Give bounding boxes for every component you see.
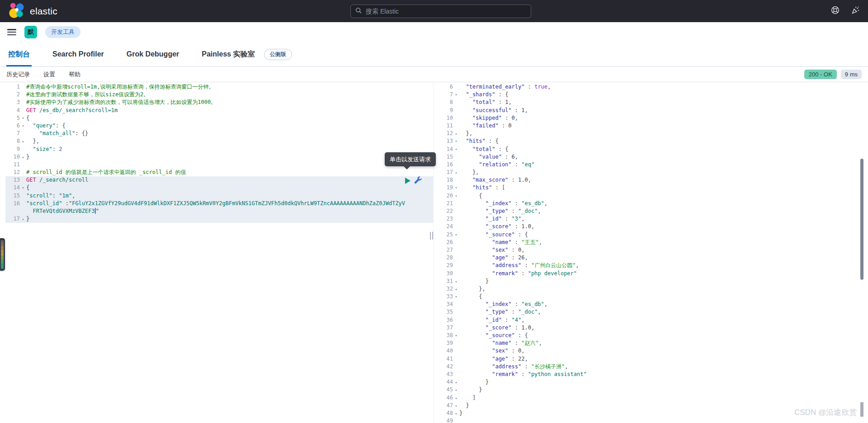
editor-code-line[interactable]: 16"scroll_id" :"FGluY2x1ZGVfY29udGV4dF91… — [5, 200, 433, 207]
response-code-line[interactable]: 36"_id" : "4", — [434, 316, 868, 324]
tab-search-profiler[interactable]: Search Profiler — [51, 42, 106, 66]
response-code-line[interactable]: 38▾"_source" : { — [434, 332, 868, 339]
response-code-line[interactable]: 46▴] — [434, 394, 868, 402]
fold-toggle-icon[interactable]: ▴ — [453, 402, 459, 409]
response-code-line[interactable]: 21"_index" : "es_db", — [434, 200, 868, 207]
search-input[interactable] — [366, 8, 526, 15]
send-request-play-icon[interactable] — [405, 178, 410, 184]
response-code-line[interactable]: 20▾{ — [434, 192, 868, 200]
fold-toggle-icon[interactable]: ▴ — [20, 137, 26, 145]
fold-toggle-icon[interactable]: ▾ — [20, 114, 26, 122]
settings-menu[interactable]: 设置 — [43, 70, 55, 79]
tab-console[interactable]: 控制台 — [6, 42, 32, 66]
console-response-pane[interactable]: 6"terminated_early" : true,7▾"_shards" :… — [434, 82, 868, 423]
response-code-line[interactable]: 39"name" : "赵六", — [434, 339, 868, 347]
response-code-line[interactable]: 7▾"_shards" : { — [434, 91, 868, 99]
response-code-line[interactable]: 35"_type" : "_doc", — [434, 308, 868, 316]
breadcrumb[interactable]: 开发工具 — [45, 26, 80, 38]
response-code-line[interactable]: 19▾"hits" : [ — [434, 184, 868, 192]
response-code-line[interactable]: 15"value" : 6, — [434, 153, 868, 161]
response-code-line[interactable]: 33▾{ — [434, 293, 868, 301]
response-code-line[interactable]: 22"_type" : "_doc", — [434, 207, 868, 215]
pane-divider[interactable] — [433, 82, 434, 423]
editor-code-line[interactable]: 8▴}, — [5, 137, 433, 145]
response-code-line[interactable]: 28"age" : 26, — [434, 254, 868, 262]
fold-toggle-icon[interactable]: ▴ — [20, 153, 26, 161]
fold-toggle-icon[interactable]: ▾ — [20, 122, 26, 130]
menu-icon[interactable] — [7, 29, 16, 35]
tab-grok-debugger[interactable]: Grok Debugger — [125, 42, 181, 66]
resize-handle[interactable] — [430, 232, 433, 240]
editor-code-line[interactable]: 10▴} — [5, 153, 433, 161]
editor-code-line[interactable]: 17▴} — [5, 215, 433, 223]
fold-toggle-icon[interactable]: ▾ — [453, 192, 459, 200]
response-code-line[interactable]: 32▴}, — [434, 285, 868, 293]
space-avatar[interactable]: 默 — [24, 26, 37, 38]
console-editor-pane[interactable]: 1#查询命令中新增scroll=1m,说明采用游标查询，保持游标查询窗口一分钟。… — [5, 82, 433, 423]
response-code-line[interactable]: 11"failed" : 0 — [434, 122, 868, 130]
editor-code-line[interactable]: FRTeVQtdGVXMzVBZEF3" — [5, 207, 433, 215]
fold-toggle-icon[interactable]: ▾ — [453, 231, 459, 239]
editor-code-line[interactable]: 13GET /_search/scroll — [5, 176, 433, 184]
news-icon[interactable] — [851, 6, 860, 16]
response-code-line[interactable]: 41"age" : 22, — [434, 355, 868, 363]
editor-code-line[interactable]: 15"scroll": "1m", — [5, 192, 433, 200]
response-code-line[interactable]: 44▴} — [434, 378, 868, 386]
editor-code-line[interactable]: 1#查询命令中新增scroll=1m,说明采用游标查询，保持游标查询窗口一分钟。 — [5, 83, 433, 91]
response-code-line[interactable]: 9"successful" : 1, — [434, 107, 868, 114]
response-code-line[interactable]: 16"relation" : "eq" — [434, 161, 868, 169]
editor-code-line[interactable]: 2#这里由于测试数据量不够，所以size值设置为2。 — [5, 91, 433, 99]
response-code-line[interactable]: 34"_index" : "es_db", — [434, 301, 868, 308]
response-code-line[interactable]: 12▴}, — [434, 130, 868, 137]
response-code-line[interactable]: 26"name" : "王五", — [434, 239, 868, 246]
response-code-line[interactable]: 25▾"_source" : { — [434, 231, 868, 239]
fold-toggle-icon[interactable]: ▾ — [20, 184, 26, 192]
editor-code-line[interactable]: 9"size": 2 — [5, 146, 433, 153]
response-code-line[interactable]: 24"_score" : 1.0, — [434, 223, 868, 230]
fold-toggle-icon[interactable]: ▾ — [453, 137, 459, 145]
editor-code-line[interactable]: 14▾{ — [5, 184, 433, 192]
elastic-logo[interactable]: elastic — [0, 2, 57, 21]
fold-toggle-icon[interactable]: ▴ — [20, 215, 26, 223]
response-code-line[interactable]: 31▴} — [434, 277, 868, 285]
fold-toggle-icon[interactable]: ▾ — [453, 332, 459, 339]
side-flyout-handle[interactable] — [0, 238, 5, 271]
fold-toggle-icon[interactable]: ▴ — [453, 386, 459, 394]
help-menu[interactable]: 帮助 — [69, 70, 80, 79]
response-code-line[interactable]: 10"skipped" : 0, — [434, 114, 868, 122]
response-code-line[interactable]: 42"address" : "长沙橘子洲", — [434, 363, 868, 371]
response-code-line[interactable]: 40"sex" : 0, — [434, 347, 868, 355]
fold-toggle-icon[interactable]: ▴ — [453, 277, 459, 285]
fold-toggle-icon[interactable]: ▴ — [453, 409, 459, 417]
tab-painless-lab[interactable]: Painless 实验室 — [200, 42, 256, 66]
editor-code-line[interactable]: 4GET /es_db/_search?scroll=1m — [5, 107, 433, 114]
fold-toggle-icon[interactable]: ▾ — [453, 146, 459, 153]
response-code-line[interactable]: 17▴}, — [434, 169, 868, 176]
fold-toggle-icon[interactable]: ▴ — [453, 285, 459, 293]
editor-code-line[interactable]: 11 — [5, 161, 433, 169]
editor-code-line[interactable]: 5▾{ — [5, 114, 433, 122]
editor-code-line[interactable]: 12# scroll_id 的值就是上一个请求中返回的 _scroll_id 的… — [5, 169, 433, 176]
response-code-line[interactable]: 23"_id" : "3", — [434, 215, 868, 223]
fold-toggle-icon[interactable]: ▴ — [453, 378, 459, 386]
wrench-icon[interactable] — [414, 176, 422, 186]
fold-toggle-icon[interactable]: ▴ — [453, 130, 459, 137]
response-scrollbar[interactable] — [860, 159, 863, 280]
response-code-line[interactable]: 13▾"hits" : { — [434, 137, 868, 145]
help-icon[interactable] — [831, 6, 840, 16]
response-code-line[interactable]: 49 — [434, 417, 868, 423]
fold-toggle-icon[interactable]: ▴ — [453, 169, 459, 176]
editor-code-line[interactable]: 7"match_all": {} — [5, 130, 433, 137]
response-code-line[interactable]: 14▾"total" : { — [434, 146, 868, 153]
response-code-line[interactable]: 6"terminated_early" : true, — [434, 83, 868, 91]
response-code-line[interactable]: 37"_score" : 1.0, — [434, 324, 868, 332]
response-code-line[interactable]: 43"remark" : "python assistant" — [434, 371, 868, 378]
response-code-line[interactable]: 45▴} — [434, 386, 868, 394]
fold-toggle-icon[interactable]: ▴ — [453, 394, 459, 402]
response-code-line[interactable]: 30"remark" : "php developer" — [434, 270, 868, 277]
fold-toggle-icon[interactable]: ▾ — [453, 91, 459, 99]
history-menu[interactable]: 历史记录 — [6, 70, 30, 79]
response-code-line[interactable]: 29"address" : "广州白云山公园", — [434, 262, 868, 269]
response-code-line[interactable]: 8"total" : 1, — [434, 99, 868, 106]
editor-code-line[interactable]: 6▾"query": { — [5, 122, 433, 130]
